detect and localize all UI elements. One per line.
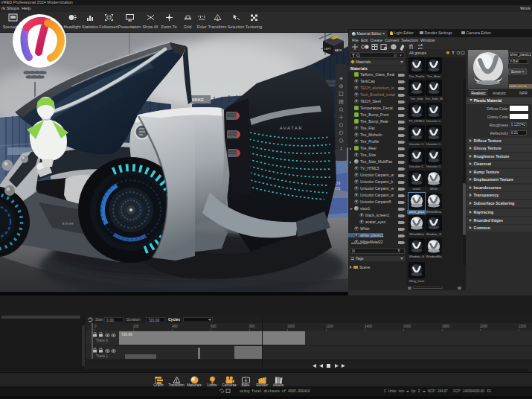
svg-text:BRKE: BRKE [191, 98, 204, 102]
svg-text:LEFT: LEFT [324, 48, 331, 51]
svg-text:BACK: BACK [335, 49, 342, 52]
svg-text:AVATAR: AVATAR [280, 126, 303, 130]
svg-text:RIVIER: RIVIER [63, 223, 74, 226]
